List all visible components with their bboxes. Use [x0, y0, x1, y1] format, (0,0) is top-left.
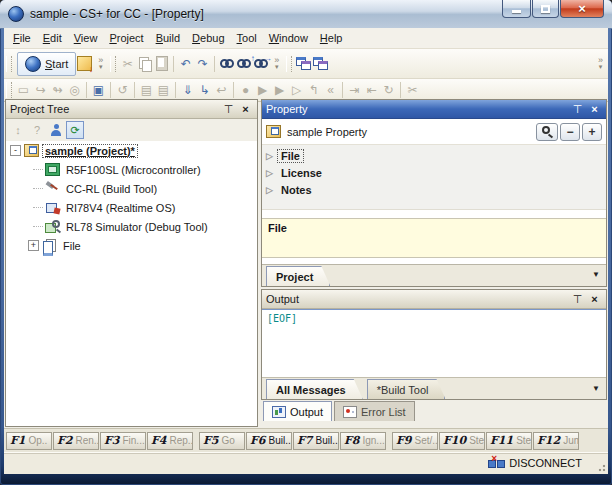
menu-item-project[interactable]: Project: [103, 29, 149, 47]
dock-tab-error-list[interactable]: Error List: [334, 401, 415, 421]
toolbar-button[interactable]: ↪: [32, 82, 49, 99]
toolbar-button[interactable]: ▭: [15, 82, 32, 99]
toolbar-button[interactable]: ▶: [254, 82, 271, 99]
toolbar-button[interactable]: ▣: [90, 82, 107, 99]
tree-row[interactable]: R5F100SL (Microcontroller): [6, 160, 257, 179]
tree-node-label[interactable]: CC-RL (Build Tool): [64, 183, 159, 195]
solution-list-button[interactable]: [295, 55, 312, 72]
tab-all-messages[interactable]: All Messages: [266, 379, 363, 399]
function-key-f8[interactable]: F8Ign...: [340, 432, 386, 450]
overflow-chevron[interactable]: »▾: [271, 57, 282, 70]
tab-dropdown-icon[interactable]: ▼: [592, 384, 600, 393]
menu-item-edit[interactable]: Edit: [37, 29, 68, 47]
toolbar-button[interactable]: [218, 55, 235, 72]
overflow-chevron[interactable]: »▾: [595, 57, 606, 70]
toolbar-button[interactable]: ✂: [119, 55, 136, 72]
minimize-button[interactable]: [502, 0, 531, 18]
tree-row[interactable]: +File: [6, 236, 257, 255]
toolbar-button[interactable]: ●: [237, 82, 254, 99]
toolbar-button[interactable]: ↰: [305, 82, 322, 99]
toolbar-button[interactable]: ✂: [404, 82, 421, 99]
search-button[interactable]: [536, 123, 558, 141]
maximize-button[interactable]: [532, 0, 559, 18]
titlebar[interactable]: sample - CS+ for CC - [Property] ×: [0, 0, 612, 29]
resize-grip[interactable]: [596, 462, 606, 472]
dock-tab-output[interactable]: Output: [263, 401, 332, 421]
expand-all-button[interactable]: +: [582, 123, 602, 141]
toolbar-button[interactable]: ↷: [194, 55, 211, 72]
function-key-f2[interactable]: F2Ren...: [53, 432, 99, 450]
toolbar-button[interactable]: ⇥: [346, 82, 363, 99]
output-content[interactable]: [EOF]: [262, 309, 606, 377]
tab-project[interactable]: Project: [266, 266, 330, 286]
toolbar-button[interactable]: ↳: [196, 82, 213, 99]
sort-icon[interactable]: ↕: [9, 121, 27, 139]
tab-dropdown-icon[interactable]: ▼: [592, 270, 600, 279]
menu-item-file[interactable]: File: [7, 29, 37, 47]
toolbar-button[interactable]: ▤: [138, 82, 155, 99]
toolbar-grip[interactable]: [6, 56, 12, 72]
pin-icon[interactable]: ⊤: [221, 102, 236, 116]
toolbar-button[interactable]: ⇤: [363, 82, 380, 99]
user-filter-icon[interactable]: [47, 121, 65, 139]
toolbar-grip[interactable]: [110, 56, 116, 72]
toolbar-button[interactable]: ▷: [288, 82, 305, 99]
collapsed-triangle-icon[interactable]: ▷: [266, 185, 278, 195]
property-category-row[interactable]: ▷Notes: [262, 181, 606, 198]
toolbar-button[interactable]: ↶: [177, 55, 194, 72]
refresh-icon[interactable]: ⟳: [66, 121, 84, 139]
toolbar-button[interactable]: ◎: [66, 82, 83, 99]
close-panel-icon[interactable]: ×: [587, 102, 602, 116]
function-key-f7[interactable]: F7Buil...: [293, 432, 339, 450]
function-key-f9[interactable]: F9Set/...: [392, 432, 438, 450]
toolbar-button[interactable]: ⇓: [179, 82, 196, 99]
collapsed-triangle-icon[interactable]: ▷: [266, 151, 278, 161]
start-button[interactable]: Start: [17, 52, 76, 76]
function-key-f1[interactable]: F1Op..: [6, 432, 52, 450]
pin-icon[interactable]: ⊤: [570, 292, 585, 306]
tree-node-label[interactable]: File: [61, 240, 83, 252]
collapse-icon[interactable]: -: [10, 145, 21, 156]
tab--build-tool[interactable]: *Build Tool: [367, 379, 446, 399]
window-list-button[interactable]: [312, 55, 329, 72]
toolbar-grip[interactable]: [286, 56, 292, 72]
close-panel-icon[interactable]: ×: [587, 292, 602, 306]
pin-icon[interactable]: ⊤: [570, 102, 585, 116]
close-panel-icon[interactable]: ×: [238, 102, 253, 116]
toolbar-button[interactable]: ↻: [380, 82, 397, 99]
function-key-f10[interactable]: F10Ste...: [439, 432, 485, 450]
toolbar-button[interactable]: ▤: [155, 82, 172, 99]
toolbar-button[interactable]: ↺: [114, 82, 131, 99]
tree-node-label[interactable]: RL78 Simulator (Debug Tool): [64, 221, 210, 233]
menu-item-tool[interactable]: Tool: [231, 29, 263, 47]
toolbar-button[interactable]: [136, 55, 153, 72]
function-key-f4[interactable]: F4Rep...: [147, 432, 193, 450]
tree-row[interactable]: RL78 Simulator (Debug Tool): [6, 217, 257, 236]
property-category-row[interactable]: ▷License: [262, 164, 606, 181]
tree-row[interactable]: RI78V4 (Realtime OS): [6, 198, 257, 217]
function-key-f12[interactable]: F12Jump...: [533, 432, 579, 450]
function-key-f11[interactable]: F11Ste...: [486, 432, 532, 450]
toolbar-button[interactable]: →: [252, 55, 269, 72]
tree-node-label[interactable]: R5F100SL (Microcontroller): [64, 164, 203, 176]
toolbar-button[interactable]: «: [322, 82, 339, 99]
property-category-row[interactable]: ▷File: [262, 147, 606, 164]
help-icon[interactable]: ?: [28, 121, 46, 139]
function-key-f3[interactable]: F3Fin...: [100, 432, 146, 450]
expand-icon[interactable]: +: [28, 240, 39, 251]
toolbar-button[interactable]: ▶: [271, 82, 288, 99]
tree-row[interactable]: CC-RL (Build Tool): [6, 179, 257, 198]
toolbar-button[interactable]: [153, 55, 170, 72]
download-project-button[interactable]: [76, 55, 93, 72]
menu-item-view[interactable]: View: [68, 29, 104, 47]
menu-item-debug[interactable]: Debug: [186, 29, 230, 47]
toolbar-button[interactable]: ↩: [213, 82, 230, 99]
tree-node-label[interactable]: sample (Project)*: [43, 145, 137, 157]
function-key-f5[interactable]: F5Go: [199, 432, 245, 450]
menu-item-help[interactable]: Help: [314, 29, 349, 47]
close-button[interactable]: ×: [560, 0, 604, 18]
menu-item-build[interactable]: Build: [150, 29, 186, 47]
toolbar-button[interactable]: ↑: [235, 55, 252, 72]
collapsed-triangle-icon[interactable]: ▷: [266, 168, 278, 178]
toolbar-grip[interactable]: [6, 82, 12, 98]
